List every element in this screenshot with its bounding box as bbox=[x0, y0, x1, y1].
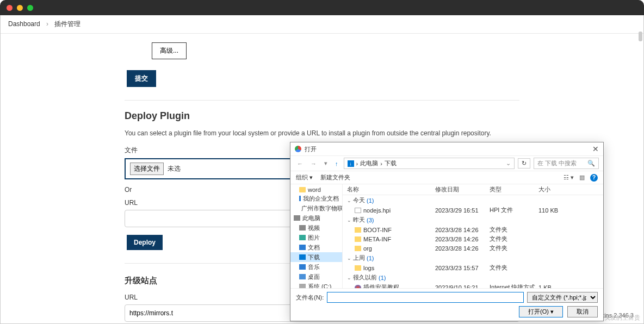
chevron-down-icon: ⌄ bbox=[347, 198, 351, 203]
deploy-desc: You can select a plugin file from your l… bbox=[125, 129, 519, 137]
path-folder[interactable]: 下载 bbox=[385, 159, 397, 167]
filename-label: 文件名(N): bbox=[296, 294, 324, 302]
close-dot[interactable] bbox=[7, 5, 13, 11]
nav-forward-icon[interactable]: → bbox=[308, 159, 319, 168]
submit-button-top[interactable]: 提交 bbox=[127, 70, 156, 87]
sidebar-item[interactable]: 桌面 bbox=[290, 272, 342, 282]
deploy-heading: Deploy Plugin bbox=[125, 110, 519, 122]
file-row[interactable]: 插件安装教程2022/9/10 16:21Internet 快捷方式1 KB bbox=[343, 283, 603, 288]
cancel-button[interactable]: 取消 bbox=[567, 306, 598, 317]
choose-file-button[interactable]: 选择文件 bbox=[130, 163, 164, 175]
chevron-down-icon: ⌄ bbox=[347, 256, 351, 261]
dialog-titlebar: 打开 ✕ bbox=[290, 142, 603, 156]
file-row[interactable]: org2023/3/28 14:26文件夹 bbox=[343, 244, 603, 253]
col-name[interactable]: 名称 bbox=[343, 185, 435, 194]
page-body: Dashboard › 插件管理 高级... 提交 Deploy Plugin … bbox=[0, 15, 644, 324]
window-chrome bbox=[0, 0, 644, 15]
file-icon bbox=[355, 208, 361, 213]
folder-icon bbox=[355, 227, 361, 233]
path-box[interactable]: ↓ › 此电脑 › 下载 ⌄ bbox=[344, 158, 515, 169]
sidebar-item[interactable]: 音乐 bbox=[290, 262, 342, 272]
organize-button[interactable]: 组织 ▾ bbox=[296, 173, 313, 182]
doc-icon bbox=[299, 196, 301, 201]
nav-up-icon[interactable]: ↑ bbox=[333, 159, 340, 168]
sidebar-item[interactable]: 下载 bbox=[290, 252, 342, 262]
doc-icon bbox=[299, 245, 306, 250]
download-icon: ↓ bbox=[348, 160, 354, 167]
new-folder-button[interactable]: 新建文件夹 bbox=[320, 173, 350, 182]
chrome-icon bbox=[295, 146, 301, 152]
sidebar-item[interactable]: word bbox=[290, 185, 342, 194]
file-row[interactable]: nodejs.hpi2023/3/29 16:51HPI 文件110 KB bbox=[343, 205, 603, 215]
sidebar-item[interactable]: 系统 (C:) bbox=[290, 282, 342, 288]
col-date[interactable]: 修改日期 bbox=[435, 185, 490, 194]
close-icon[interactable]: ✕ bbox=[592, 145, 599, 153]
dialog-title: 打开 bbox=[305, 145, 317, 153]
sidebar-item[interactable]: 此电脑 bbox=[290, 213, 342, 223]
file-row[interactable]: BOOT-INF2023/3/28 14:26文件夹 bbox=[343, 225, 603, 234]
help-icon[interactable]: ? bbox=[590, 174, 598, 182]
sidebar-item[interactable]: 广州市数字物联科 bbox=[290, 203, 342, 213]
path-dropdown-icon[interactable]: ⌄ bbox=[506, 160, 511, 167]
file-filter-select[interactable]: 自定义文件 (*.hpi;*.jpi) bbox=[527, 292, 598, 303]
search-icon: 🔍 bbox=[587, 160, 595, 167]
col-type[interactable]: 类型 bbox=[490, 185, 538, 194]
file-status: 未选 bbox=[168, 165, 181, 172]
sidebar-item[interactable]: 我的企业文档 bbox=[290, 194, 342, 203]
advanced-button[interactable]: 高级... bbox=[152, 42, 187, 59]
deploy-button[interactable]: Deploy bbox=[127, 235, 163, 250]
refresh-button[interactable]: ↻ bbox=[518, 158, 530, 169]
vid-icon bbox=[299, 225, 306, 230]
pic-icon bbox=[299, 235, 306, 240]
pc-icon bbox=[294, 215, 300, 221]
dialog-body: word我的企业文档广州市数字物联科此电脑视频图片文档下载音乐桌面系统 (C:)… bbox=[290, 184, 603, 288]
chevron-down-icon: ⌄ bbox=[347, 275, 351, 281]
path-root[interactable]: 此电脑 bbox=[360, 159, 378, 167]
file-open-dialog: 打开 ✕ ← → ▾ ↑ ↓ › 此电脑 › 下载 ⌄ ↻ 在 下载 中搜索 🔍… bbox=[290, 142, 604, 321]
dialog-toolbar: 组织 ▾ 新建文件夹 ☷ ▾ ▥ ? bbox=[290, 171, 603, 184]
file-group-header[interactable]: ⌄ 很久以前 (1) bbox=[343, 272, 603, 283]
file-group-header[interactable]: ⌄ 上周 (1) bbox=[343, 253, 603, 263]
desk-icon bbox=[299, 274, 306, 279]
file-group-header[interactable]: ⌄ 今天 (1) bbox=[343, 195, 603, 205]
dialog-sidebar: word我的企业文档广州市数字物联科此电脑视频图片文档下载音乐桌面系统 (C:)… bbox=[290, 184, 343, 288]
folder-icon bbox=[355, 236, 361, 242]
open-button[interactable]: 打开(O) ▾ bbox=[519, 306, 563, 317]
dialog-nav: ← → ▾ ↑ ↓ › 此电脑 › 下载 ⌄ ↻ 在 下载 中搜索 🔍 bbox=[290, 156, 603, 171]
sidebar-item[interactable]: 视频 bbox=[290, 223, 342, 233]
minimize-dot[interactable] bbox=[17, 5, 23, 11]
col-size[interactable]: 大小 bbox=[538, 185, 571, 194]
maximize-dot[interactable] bbox=[27, 5, 33, 11]
drive-icon bbox=[299, 284, 306, 288]
breadcrumb: Dashboard › 插件管理 bbox=[1, 15, 643, 34]
nav-back-icon[interactable]: ← bbox=[295, 159, 305, 168]
dialog-file-list: 名称 修改日期 类型 大小 ⌄ 今天 (1)nodejs.hpi2023/3/2… bbox=[343, 184, 603, 288]
file-row[interactable]: logs2023/3/23 15:57文件夹 bbox=[343, 263, 603, 272]
folder-icon bbox=[355, 265, 361, 271]
divider bbox=[125, 100, 519, 101]
breadcrumb-sep: › bbox=[46, 20, 48, 28]
view-options-icon[interactable]: ☷ ▾ bbox=[564, 174, 574, 181]
filename-input[interactable] bbox=[327, 292, 524, 303]
sidebar-item[interactable]: 文档 bbox=[290, 242, 342, 252]
search-placeholder: 在 下载 中搜索 bbox=[537, 159, 577, 167]
sidebar-item[interactable]: 图片 bbox=[290, 233, 342, 242]
folder-icon bbox=[355, 246, 361, 251]
dialog-footer: 文件名(N): 自定义文件 (*.hpi;*.jpi) 打开(O) ▾ 取消 bbox=[290, 288, 603, 321]
preview-pane-icon[interactable]: ▥ bbox=[579, 174, 585, 181]
chevron-down-icon: ⌄ bbox=[347, 217, 351, 223]
file-group-header[interactable]: ⌄ 昨天 (3) bbox=[343, 215, 603, 225]
file-list-header: 名称 修改日期 类型 大小 bbox=[343, 184, 603, 195]
file-row[interactable]: META-INF2023/3/28 14:26文件夹 bbox=[343, 234, 603, 244]
breadcrumb-dashboard[interactable]: Dashboard bbox=[8, 20, 40, 28]
nav-recent-icon[interactable]: ▾ bbox=[322, 159, 330, 168]
music-icon bbox=[299, 264, 306, 270]
search-box[interactable]: 在 下载 中搜索 🔍 bbox=[534, 158, 599, 169]
folder-icon bbox=[299, 187, 306, 192]
breadcrumb-plugins[interactable]: 插件管理 bbox=[54, 20, 81, 28]
down-icon bbox=[299, 254, 306, 260]
